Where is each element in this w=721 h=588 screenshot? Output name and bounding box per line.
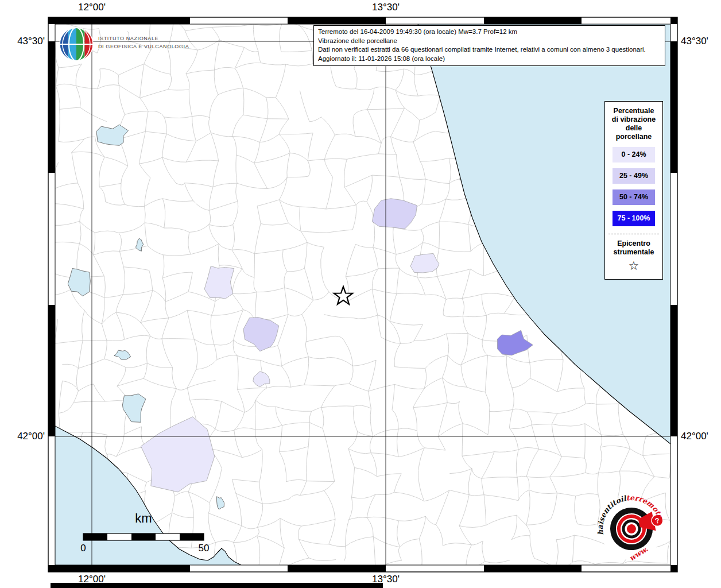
legend-title: Percentuale	[605, 107, 662, 115]
legend-epicenter-label: Epicentro	[605, 239, 662, 248]
map-svg: ?haisentitoilterremoto.itwww.	[0, 0, 721, 588]
shaded-municipality	[410, 253, 439, 273]
legend-title: delle	[605, 124, 662, 133]
legend-title: di vibrazione	[605, 115, 662, 124]
legend-epicenter-label: strumentale	[605, 248, 662, 257]
scalebar-start-label: 0	[76, 543, 90, 554]
lat-label-left-bottom: 42°00'	[8, 431, 45, 442]
lon-label-top-right: 13°30'	[363, 2, 409, 13]
legend-title: porcellane	[605, 133, 662, 141]
lat-label-left-top: 43°30'	[8, 36, 45, 47]
legend-class-swatch-0: 0 - 24%	[613, 147, 655, 163]
legend-class-swatch-2: 50 - 74%	[613, 189, 655, 205]
lon-label-bottom-right: 13°30'	[363, 574, 409, 585]
title-line-4: Aggiornato il: 11-01-2026 15:08 (ora loc…	[318, 55, 661, 64]
legend-box: Percentuale di vibrazione delle porcella…	[604, 101, 663, 280]
title-line-2: Vibrazione delle porcellane	[318, 37, 661, 46]
legend-separator	[608, 234, 659, 234]
map-title-box: Terremoto del 16-04-2009 19:49:30 (ora l…	[313, 25, 665, 66]
lon-label-top-left: 12°00'	[69, 2, 115, 13]
scalebar-end-label: 50	[196, 543, 212, 554]
ingv-logo-icon	[60, 28, 93, 61]
legend-class-swatch-1: 25 - 49%	[613, 168, 655, 184]
scalebar-unit-label: km	[112, 511, 175, 526]
ingv-name-line-2: DI GEOFISICA E VULCANOLOGIA	[98, 44, 189, 49]
title-line-3: Dati non verificati estratti da 66 quest…	[318, 45, 661, 55]
lat-label-right-bottom: 42°00'	[681, 431, 721, 442]
lon-label-bottom-left: 12°00'	[69, 574, 115, 585]
ingv-name-line-1: ISTITUTO NAZIONALE	[98, 36, 158, 41]
title-line-1: Terremoto del 16-04-2009 19:49:30 (ora l…	[318, 28, 661, 37]
scalebar	[83, 533, 204, 540]
page-root: ?haisentitoilterremoto.itwww. 12°00' 13°…	[0, 0, 721, 588]
epicenter-legend-star-icon: ☆	[605, 258, 662, 273]
legend-class-swatch-3: 75 - 100%	[613, 211, 655, 226]
lat-label-right-top: 43°30'	[681, 36, 721, 47]
